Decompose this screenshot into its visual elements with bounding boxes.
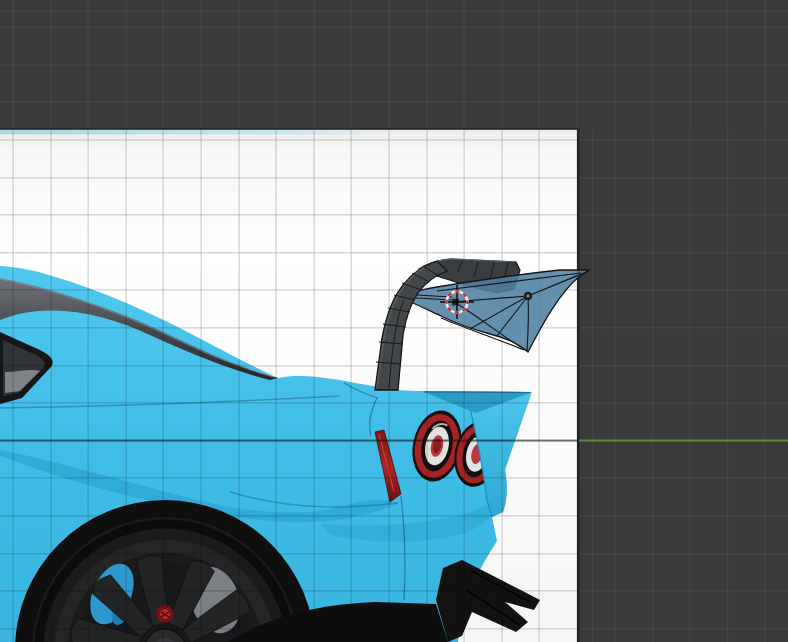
image-right-border — [577, 128, 580, 642]
mesh-wing[interactable] — [0, 0, 589, 352]
image-top-border — [0, 128, 579, 130]
blender-3d-viewport[interactable] — [0, 0, 788, 642]
viewport-overlay — [0, 0, 788, 642]
mesh-spoiler-stand[interactable] — [375, 261, 447, 390]
